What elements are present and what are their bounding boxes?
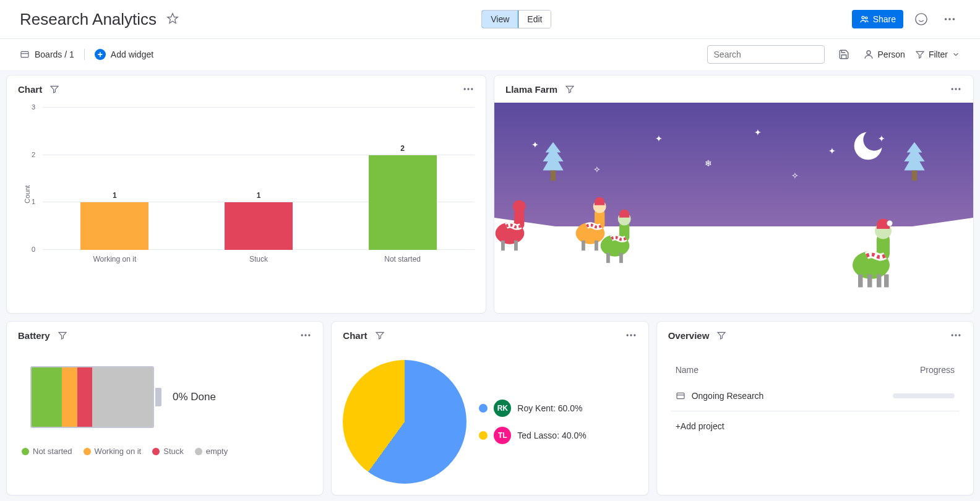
add-widget-button[interactable]: + Add widget xyxy=(84,49,153,60)
activity-button[interactable] xyxy=(911,9,932,30)
bar-rect xyxy=(80,202,148,250)
svg-point-43 xyxy=(626,334,628,336)
svg-point-5 xyxy=(953,18,955,20)
battery-segment xyxy=(77,367,93,427)
overview-widget: Overview Name Progress Ongoing Research … xyxy=(656,321,974,495)
row-name: Ongoing Research xyxy=(692,391,764,401)
page-header: Research Analytics View Edit Share xyxy=(0,0,980,38)
filter-button[interactable]: Filter xyxy=(915,49,960,59)
view-toggle-button[interactable]: View xyxy=(481,10,518,28)
dashboard-grid: Chart Count 0123112 Working on itStuckNo… xyxy=(0,70,980,500)
widget-title: Battery xyxy=(18,330,50,341)
widget-title: Overview xyxy=(668,330,710,341)
plus-icon: + xyxy=(95,49,106,60)
bar-chart: Count 0123112 Working on itStuckNot star… xyxy=(18,108,475,281)
svg-rect-20 xyxy=(501,241,505,250)
legend-item: Not started xyxy=(22,447,72,456)
widget-title: Chart xyxy=(18,84,42,95)
svg-point-41 xyxy=(305,334,307,336)
progress-bar xyxy=(893,393,955,398)
svg-point-47 xyxy=(955,334,956,336)
widget-filter-icon[interactable] xyxy=(58,330,67,340)
legend-label: Ted Lasso: 40.0% xyxy=(517,430,586,440)
widget-more-icon[interactable] xyxy=(299,329,312,341)
filter-label: Filter xyxy=(929,49,948,59)
widget-more-icon[interactable] xyxy=(462,83,475,95)
overview-header-row: Name Progress xyxy=(671,359,960,381)
svg-rect-16 xyxy=(912,171,917,181)
widget-filter-icon[interactable] xyxy=(565,84,575,94)
page-title: Research Analytics xyxy=(20,10,157,29)
widget-filter-icon[interactable] xyxy=(716,330,726,340)
overview-row[interactable]: Ongoing Research xyxy=(671,381,960,411)
svg-rect-36 xyxy=(858,275,863,288)
svg-point-12 xyxy=(952,88,953,90)
legend-dot xyxy=(479,431,488,440)
smile-icon xyxy=(914,12,928,26)
llama-icon xyxy=(593,206,637,263)
bar-value-label: 1 xyxy=(257,191,261,200)
add-widget-label: Add widget xyxy=(111,49,153,59)
y-tick-label: 3 xyxy=(32,103,35,111)
add-project-button[interactable]: +Add project xyxy=(671,411,960,441)
svg-rect-49 xyxy=(677,393,684,398)
svg-rect-15 xyxy=(551,171,556,181)
widget-more-icon[interactable] xyxy=(950,329,962,341)
bar-rect xyxy=(369,155,437,250)
star-icon xyxy=(166,12,179,25)
svg-rect-30 xyxy=(606,253,610,263)
svg-point-4 xyxy=(948,18,951,20)
svg-point-42 xyxy=(308,334,310,336)
widget-more-icon[interactable] xyxy=(625,329,637,341)
person-label: Person xyxy=(878,49,905,59)
favorite-button[interactable] xyxy=(164,10,181,29)
dots-icon xyxy=(943,12,956,26)
tree-icon xyxy=(899,140,930,183)
svg-point-1 xyxy=(865,17,867,19)
battery-shell xyxy=(30,366,154,428)
boards-label: Boards / 1 xyxy=(35,49,74,59)
search-box[interactable] xyxy=(707,45,825,64)
tree-icon xyxy=(538,140,569,183)
x-tick-label: Stuck xyxy=(187,255,330,263)
svg-point-11 xyxy=(471,88,473,90)
person-icon xyxy=(863,49,874,60)
filter-icon xyxy=(915,49,925,59)
boards-indicator[interactable]: Boards / 1 xyxy=(20,49,74,59)
bar-chart-widget: Chart Count 0123112 Working on itStuckNo… xyxy=(6,75,486,314)
widget-title: Chart xyxy=(343,330,367,341)
avatar: RK xyxy=(494,400,511,417)
edit-toggle-button[interactable]: Edit xyxy=(518,11,551,28)
legend-label: Working on it xyxy=(95,447,142,456)
widget-filter-icon[interactable] xyxy=(49,84,59,94)
share-button[interactable]: Share xyxy=(852,10,903,28)
svg-rect-25 xyxy=(582,241,585,250)
y-axis-label: Count xyxy=(24,185,31,203)
view-edit-toggle: View Edit xyxy=(481,10,551,28)
svg-point-0 xyxy=(862,16,864,19)
legend-item: Working on it xyxy=(84,447,142,456)
legend-label: Stuck xyxy=(163,447,184,456)
avatar: TL xyxy=(494,427,511,444)
legend-dot xyxy=(22,448,29,455)
widget-filter-icon[interactable] xyxy=(375,330,385,340)
bar-value-label: 1 xyxy=(113,191,117,200)
battery-segment xyxy=(62,367,77,427)
more-button[interactable] xyxy=(939,9,960,30)
widget-more-icon[interactable] xyxy=(950,83,962,95)
search-input[interactable] xyxy=(714,49,822,59)
svg-point-13 xyxy=(955,88,956,90)
legend-dot xyxy=(479,404,488,413)
svg-point-48 xyxy=(958,334,960,336)
moon-icon xyxy=(849,127,887,165)
pie-chart-widget: Chart RKRoy Kent: 60.0%TLTed Lasso: 40.0… xyxy=(331,321,648,495)
person-filter-button[interactable]: Person xyxy=(863,49,905,60)
bar-rect xyxy=(225,202,293,250)
svg-point-46 xyxy=(951,334,953,336)
svg-rect-37 xyxy=(867,275,872,288)
svg-point-8 xyxy=(867,51,870,54)
svg-point-10 xyxy=(467,88,469,90)
svg-point-3 xyxy=(945,18,947,20)
battery-status-text: 0% Done xyxy=(173,391,216,403)
save-button[interactable] xyxy=(835,45,853,64)
